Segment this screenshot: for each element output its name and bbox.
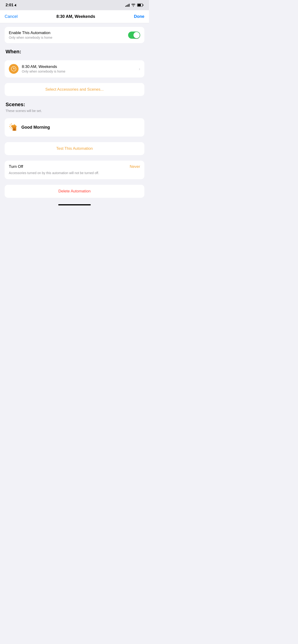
enable-subtitle: Only when somebody is home — [9, 36, 53, 40]
when-header: When: — [5, 49, 144, 55]
clock-icon — [9, 64, 19, 74]
good-morning-icon — [9, 122, 18, 131]
scenes-header: Scenes: — [5, 102, 144, 108]
enable-row: Enable This Automation Only when somebod… — [5, 27, 144, 43]
svg-line-6 — [11, 124, 12, 124]
home-indicator — [0, 202, 149, 207]
chevron-right-icon: › — [139, 66, 140, 72]
scenes-section: Scenes: These scenes will be set. — [5, 102, 144, 113]
turn-off-description: Accessories turned on by this automation… — [9, 171, 140, 176]
battery-icon — [137, 4, 143, 7]
delete-automation-button[interactable]: Delete Automation — [5, 185, 144, 198]
turn-off-label: Turn Off — [9, 164, 23, 169]
nav-bar: Cancel 8:30 AM, Weekends Done — [0, 10, 149, 23]
svg-line-10 — [11, 128, 12, 129]
when-trigger-title: 8:30 AM, Weekends — [22, 64, 136, 69]
svg-rect-14 — [14, 128, 15, 131]
test-automation-button[interactable]: Test This Automation — [5, 142, 144, 155]
cancel-button[interactable]: Cancel — [5, 14, 18, 19]
scene-card[interactable]: Good Morning — [5, 118, 144, 136]
status-time: 2:01 — [6, 3, 17, 8]
turn-off-card[interactable]: Turn Off Never Accessories turned on by … — [5, 161, 144, 179]
turn-off-value: Never — [130, 164, 140, 169]
select-label: Select Accessories and Scenes... — [45, 87, 104, 92]
wifi-icon — [131, 4, 135, 7]
scene-name: Good Morning — [21, 125, 50, 130]
status-icons — [125, 4, 143, 7]
svg-rect-2 — [138, 4, 141, 6]
scene-icon — [9, 122, 18, 132]
nav-title: 8:30 AM, Weekends — [56, 14, 95, 19]
when-section: When: — [5, 49, 144, 55]
svg-line-7 — [10, 125, 11, 125]
location-arrow-icon — [15, 4, 17, 6]
svg-line-9 — [10, 128, 11, 128]
when-info: 8:30 AM, Weekends Only when somebody is … — [22, 64, 136, 73]
test-label: Test This Automation — [56, 146, 93, 151]
enable-title: Enable This Automation — [9, 30, 53, 35]
done-button[interactable]: Done — [134, 14, 144, 19]
enable-toggle[interactable] — [128, 32, 140, 39]
select-accessories-button[interactable]: Select Accessories and Scenes... — [5, 83, 144, 96]
enable-automation-card: Enable This Automation Only when somebod… — [5, 27, 144, 43]
when-trigger-subtitle: Only when somebody is home — [22, 70, 136, 73]
clock-display: 2:01 — [6, 3, 14, 8]
status-bar: 2:01 — [0, 0, 149, 10]
turn-off-row: Turn Off Never — [9, 164, 140, 169]
delete-label: Delete Automation — [59, 189, 91, 193]
scenes-subtitle: These scenes will be set. — [5, 109, 144, 113]
when-card[interactable]: 8:30 AM, Weekends Only when somebody is … — [5, 60, 144, 78]
svg-rect-1 — [143, 4, 143, 6]
clock-svg — [11, 66, 17, 72]
main-content: Enable This Automation Only when somebod… — [0, 23, 149, 202]
signal-icon — [125, 4, 130, 7]
home-bar — [58, 204, 91, 206]
enable-text: Enable This Automation Only when somebod… — [9, 30, 53, 40]
